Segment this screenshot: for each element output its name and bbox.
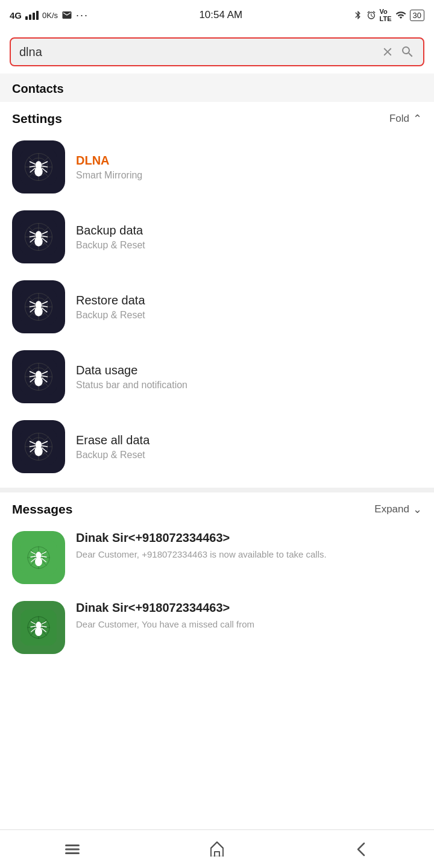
message-preview-1: Dear Customer, You have a missed call fr… (76, 618, 422, 631)
nav-back-button[interactable] (338, 834, 386, 864)
settings-item-erase-title: Erase all data (76, 433, 149, 447)
search-button[interactable] (400, 45, 415, 59)
settings-item-backup-title: Backup data (76, 224, 145, 237)
messages-section-header: Messages Expand ⌄ (0, 492, 434, 523)
settings-item-restore[interactable]: Restore data Backup & Reset (6, 272, 428, 342)
message-sender-1: Dinak Sir<+918072334463> (76, 601, 422, 615)
spider-msg-icon-0 (20, 539, 57, 576)
message-item-0[interactable]: Dinak Sir<+918072334463> Dear Customer, … (6, 523, 428, 593)
msg-icon-1 (12, 601, 65, 654)
settings-item-data-usage-subtitle: Status bar and notification (76, 380, 187, 391)
expand-button[interactable]: Expand ⌄ (374, 503, 422, 516)
home-icon (207, 840, 227, 859)
chevron-up-icon: ⌃ (413, 112, 422, 125)
email-icon (61, 10, 72, 20)
spider-icon-dlna (20, 149, 57, 185)
status-right: VoLTE 30 (353, 8, 424, 22)
svg-point-88 (35, 557, 42, 566)
svg-rect-111 (65, 848, 80, 850)
settings-item-backup-text: Backup data Backup & Reset (76, 224, 145, 251)
settings-item-dlna[interactable]: DLNA Smart Mirroring (6, 132, 428, 202)
volte-label: VoLTE (380, 8, 392, 22)
battery-indicator: 30 (410, 10, 424, 21)
settings-item-dlna-title: DLNA (76, 154, 142, 168)
contacts-section-label: Contacts (12, 82, 64, 95)
search-bar-container (0, 30, 434, 74)
messages-list: Dinak Sir<+918072334463> Dear Customer, … (0, 523, 434, 662)
settings-item-restore-text: Restore data Backup & Reset (76, 294, 145, 321)
message-text-1: Dinak Sir<+918072334463> Dear Customer, … (76, 601, 422, 631)
nav-home-button[interactable] (193, 834, 241, 864)
contacts-section: Contacts (0, 74, 434, 102)
expand-label: Expand (374, 503, 409, 515)
bottom-spacer (0, 662, 434, 705)
settings-list: DLNA Smart Mirroring (0, 132, 434, 488)
settings-item-restore-title: Restore data (76, 294, 145, 307)
svg-point-103 (35, 627, 42, 636)
search-bar (10, 37, 424, 66)
app-icon-data-usage (12, 350, 65, 403)
back-icon (352, 840, 371, 859)
time-display: 10:54 AM (199, 9, 242, 21)
alarm-icon (366, 10, 376, 20)
menu-icon (63, 840, 82, 859)
search-clear-button[interactable] (381, 45, 394, 58)
signal-bars (25, 11, 39, 20)
fold-label: Fold (389, 113, 409, 125)
section-divider (0, 488, 434, 492)
spider-icon-erase (20, 429, 57, 465)
app-icon-erase (12, 420, 65, 473)
spider-icon-data-usage (20, 359, 57, 395)
nav-menu-button[interactable] (48, 834, 96, 864)
svg-point-113 (211, 855, 223, 857)
svg-rect-112 (65, 852, 80, 854)
fold-button[interactable]: Fold ⌃ (389, 112, 422, 125)
settings-item-backup[interactable]: Backup data Backup & Reset (6, 202, 428, 272)
app-icon-restore (12, 280, 65, 333)
settings-item-data-usage-text: Data usage Status bar and notification (76, 363, 187, 391)
settings-item-dlna-subtitle: Smart Mirroring (76, 170, 142, 181)
search-input[interactable] (19, 45, 375, 59)
settings-item-erase-subtitle: Backup & Reset (76, 450, 149, 461)
svg-rect-110 (65, 844, 80, 846)
messages-title: Messages (12, 502, 72, 517)
settings-title: Settings (12, 112, 62, 126)
status-left: 4G 0K/s ··· (10, 9, 89, 22)
bottom-nav (0, 829, 434, 868)
message-preview-0: Dear Customer, +918072334463 is now avai… (76, 548, 422, 561)
svg-point-25 (34, 236, 43, 247)
settings-item-backup-subtitle: Backup & Reset (76, 240, 145, 251)
bluetooth-icon (353, 10, 363, 20)
svg-point-9 (34, 166, 43, 177)
settings-item-data-usage-title: Data usage (76, 363, 187, 377)
dots-label: ··· (76, 9, 89, 22)
spider-msg-icon-1 (20, 609, 57, 646)
search-icon (400, 45, 415, 59)
carrier-label: 4G (10, 10, 22, 20)
settings-item-erase[interactable]: Erase all data Backup & Reset (6, 412, 428, 482)
message-item-1[interactable]: Dinak Sir<+918072334463> Dear Customer, … (6, 593, 428, 662)
settings-item-erase-text: Erase all data Backup & Reset (76, 433, 149, 461)
svg-point-57 (34, 376, 43, 386)
close-icon (381, 45, 394, 58)
status-bar: 4G 0K/s ··· 10:54 AM VoLTE 30 (0, 0, 434, 30)
settings-item-dlna-text: DLNA Smart Mirroring (76, 154, 142, 181)
settings-item-restore-subtitle: Backup & Reset (76, 310, 145, 321)
msg-icon-0 (12, 531, 65, 584)
settings-section: Settings Fold ⌃ (0, 102, 434, 488)
message-sender-0: Dinak Sir<+918072334463> (76, 531, 422, 545)
network-speed: 0K/s (42, 11, 58, 20)
app-icon-backup (12, 210, 65, 263)
chevron-down-icon: ⌄ (413, 503, 422, 516)
spider-icon-restore (20, 289, 57, 325)
wifi-icon (395, 10, 406, 20)
spider-icon-backup (20, 219, 57, 255)
settings-section-header: Settings Fold ⌃ (0, 102, 434, 132)
svg-point-73 (34, 446, 43, 456)
message-text-0: Dinak Sir<+918072334463> Dear Customer, … (76, 531, 422, 561)
settings-item-data-usage[interactable]: Data usage Status bar and notification (6, 342, 428, 412)
app-icon-dlna (12, 140, 65, 193)
messages-section: Messages Expand ⌄ (0, 492, 434, 662)
svg-point-41 (34, 306, 43, 316)
